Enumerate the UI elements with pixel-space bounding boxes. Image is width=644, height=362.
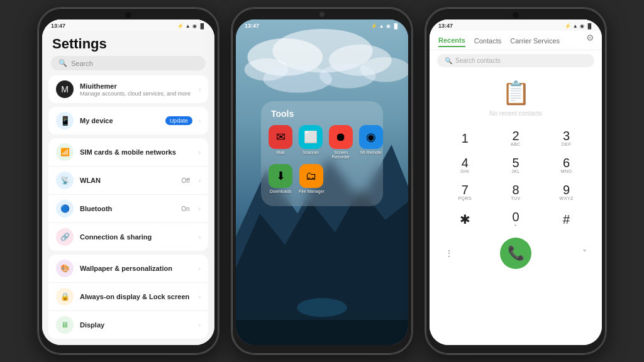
key-8-letters: TUV: [511, 196, 521, 200]
display-text: Display: [80, 321, 192, 329]
key-star[interactable]: ✱: [440, 206, 491, 233]
miuithemer-logo: M: [61, 84, 69, 94]
status-time-1: 13:47: [51, 23, 65, 29]
settings-search-bar[interactable]: 🔍 Search: [51, 56, 206, 70]
dialer-tabs-bar: Recents Contacts Carrier Services: [430, 31, 602, 50]
key-3-letters: DEF: [562, 142, 572, 146]
tab-contacts[interactable]: Contacts: [474, 35, 501, 47]
key-9-number: 9: [563, 184, 570, 196]
update-badge[interactable]: Update: [165, 116, 192, 125]
key-0[interactable]: 0 +: [491, 206, 541, 233]
phone-dialer: 13:47 ⚡ ▲ ◉ ▐▌ ⚙ Recents Contacts: [425, 7, 607, 355]
miuithemer-icon: M: [56, 80, 74, 98]
status-bar-settings: 13:47 ⚡ ▲ ◉ ▐▌: [42, 19, 214, 31]
key-1[interactable]: 1: [440, 124, 491, 151]
call-button[interactable]: 📞: [500, 238, 531, 269]
dialer-battery-icon: ▐▌: [586, 23, 593, 29]
mi-remote-label: Mi Remote: [360, 150, 382, 155]
tab-recents[interactable]: Recents: [438, 35, 465, 47]
home-wifi-icon: ◉: [386, 23, 391, 29]
key-8[interactable]: 8 TUV: [491, 178, 541, 206]
file-manager-app[interactable]: 🗂 File Manager: [299, 164, 325, 194]
key-4[interactable]: 4 GHI: [440, 151, 491, 178]
display-title: Display: [80, 321, 192, 329]
mi-remote-icon: ◉: [359, 125, 383, 149]
screen-recorder-icon: ⏺: [329, 125, 353, 149]
key-2[interactable]: 2 ABC: [491, 124, 541, 151]
key-9-letters: WXYZ: [560, 196, 574, 200]
sim-icon: 📶: [56, 143, 74, 161]
key-5[interactable]: 5 JKL: [491, 151, 541, 178]
my-device-card: 📱 My device Update ›: [48, 107, 208, 134]
key-3-number: 3: [563, 129, 570, 142]
home-status-icons: ⚡ ▲ ◉ ▐▌: [371, 23, 399, 29]
key-hash[interactable]: #: [541, 206, 592, 233]
tools-folder[interactable]: Tools ✉ Mail ⬜ Scanner ⏺ Screen Recorder: [261, 101, 383, 206]
dialer-notch: [513, 12, 519, 18]
home-time: 13:47: [245, 23, 259, 29]
bluetooth-text: Bluetooth: [80, 205, 175, 212]
home-status-bar: 13:47 ⚡ ▲ ◉ ▐▌: [236, 19, 408, 31]
mi-remote-app[interactable]: ◉ Mi Remote: [359, 125, 383, 159]
dialer-search-bar[interactable]: 🔍 Search contacts: [437, 54, 594, 67]
wlan-title: WLAN: [80, 177, 175, 184]
bluetooth-icon: 🔵: [56, 200, 74, 217]
expand-icon[interactable]: ˅: [582, 248, 587, 258]
my-device-text: My device: [80, 117, 159, 124]
always-on-item[interactable]: 🔒 Always-on display & Lock screen ›: [48, 283, 208, 311]
dialer-screen-container: 13:47 ⚡ ▲ ◉ ▐▌ ⚙ Recents Contacts: [430, 19, 602, 345]
key-6[interactable]: 6 MNO: [541, 151, 592, 178]
battery-icon: ▐▌: [199, 23, 206, 29]
dialer-search-icon: 🔍: [445, 57, 452, 64]
phone-settings: 13:47 ⚡ ▲ ◉ ▐▌ Settings 🔍 Search: [37, 7, 219, 355]
dots-icon[interactable]: ⋮: [445, 248, 453, 258]
chevron-aod: ›: [199, 293, 201, 300]
chevron-sim: ›: [199, 149, 201, 156]
key-3[interactable]: 3 DEF: [541, 124, 592, 151]
network-card: 📶 SIM cards & mobile networks › 📡 WLAN: [48, 138, 208, 251]
mail-label: Mail: [277, 150, 285, 155]
dialer-time: 13:47: [438, 23, 453, 29]
key-2-letters: ABC: [511, 142, 521, 146]
connection-sharing-item[interactable]: 🔗 Connection & sharing ›: [48, 223, 208, 251]
wlan-item[interactable]: 📡 WLAN Off ›: [48, 167, 208, 195]
tab-carrier-services[interactable]: Carrier Services: [510, 35, 560, 47]
scanner-app[interactable]: ⬜ Scanner: [299, 125, 323, 159]
key-hash-symbol: #: [563, 213, 570, 226]
key-5-letters: JKL: [511, 169, 520, 173]
search-placeholder: Search: [71, 60, 93, 67]
screen-recorder-app[interactable]: ⏺ Screen Recorder: [329, 125, 353, 159]
settings-gear[interactable]: ⚙: [586, 32, 594, 43]
wallpaper-item[interactable]: 🎨 Wallpaper & personalization ›: [48, 255, 208, 283]
personalization-card: 🎨 Wallpaper & personalization › 🔒 Always…: [48, 255, 208, 339]
my-device-icon: 📱: [56, 112, 74, 129]
chevron-display: ›: [199, 322, 201, 329]
chevron-icon: ›: [199, 86, 201, 93]
bt-icon: ⚡: [177, 23, 184, 29]
chevron-bt: ›: [199, 206, 201, 212]
mail-app[interactable]: ✉ Mail: [269, 125, 292, 159]
wallpaper-title: Wallpaper & personalization: [80, 265, 192, 272]
mail-icon: ✉: [269, 125, 292, 149]
signal-icon: ▲: [186, 23, 191, 29]
key-9[interactable]: 9 WXYZ: [541, 178, 592, 206]
wifi-icon: ◉: [192, 23, 197, 29]
contact-placeholder-icon: 📋: [502, 80, 530, 106]
downloads-app[interactable]: ⬇ Downloads: [269, 164, 292, 194]
key-2-number: 2: [512, 129, 519, 142]
home-signal-icon: ▲: [379, 23, 384, 29]
display-item[interactable]: 🖥 Display ›: [48, 311, 208, 339]
dialer-search-placeholder: Search contacts: [455, 57, 501, 64]
key-7[interactable]: 7 PQRS: [440, 178, 491, 206]
phone-notch: [125, 12, 131, 18]
bluetooth-item[interactable]: 🔵 Bluetooth On ›: [48, 195, 208, 223]
miuithemer-item[interactable]: M Miuithemer Manage accounts, cloud serv…: [48, 75, 208, 103]
phone-home: 13:47 ⚡ ▲ ◉ ▐▌ Tools ✉ Mail: [231, 7, 413, 355]
scanner-icon: ⬜: [299, 125, 323, 149]
sim-networks-item[interactable]: 📶 SIM cards & mobile networks ›: [48, 138, 208, 167]
key-4-number: 4: [462, 156, 469, 169]
my-device-item[interactable]: 📱 My device Update ›: [48, 107, 208, 134]
key-4-letters: GHI: [460, 169, 469, 173]
folder-title: Tools: [269, 109, 375, 119]
display-icon: 🖥: [56, 316, 74, 334]
